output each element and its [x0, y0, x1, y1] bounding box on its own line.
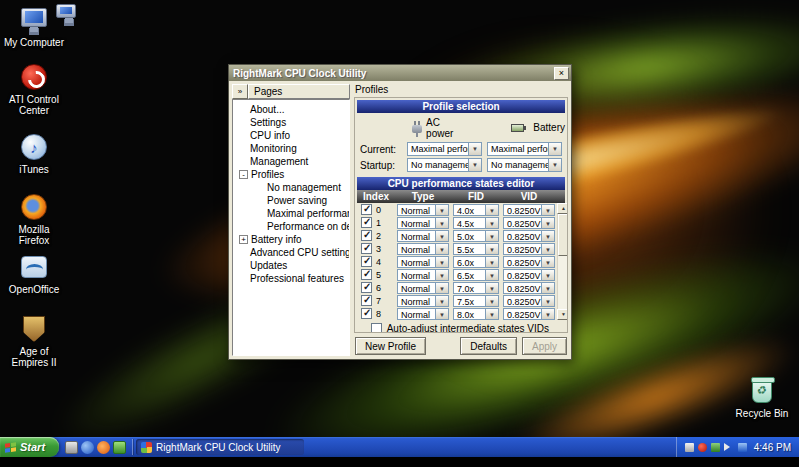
chevron-down-icon[interactable]: [485, 244, 498, 254]
state-6-vid-combo[interactable]: 0.8250V: [503, 282, 555, 294]
chevron-down-icon[interactable]: [485, 296, 498, 306]
chevron-down-icon[interactable]: [541, 309, 554, 319]
scrollbar-track[interactable]: [557, 214, 568, 309]
quick-launch-icon-1[interactable]: [65, 441, 78, 454]
state-5-vid-combo[interactable]: 0.8250V: [503, 269, 555, 281]
state-4-vid-combo[interactable]: 0.8250V: [503, 256, 555, 268]
start-button[interactable]: Start: [0, 437, 59, 457]
sidebar-item-battery-info[interactable]: +Battery info: [233, 233, 349, 246]
state-1-vid-combo[interactable]: 0.8250V: [503, 217, 555, 229]
state-8-vid-combo[interactable]: 0.8250V: [503, 308, 555, 320]
state-4-checkbox[interactable]: [361, 256, 372, 267]
chevron-down-icon[interactable]: [541, 205, 554, 215]
chevron-down-icon[interactable]: [435, 270, 448, 280]
chevron-down-icon[interactable]: [468, 159, 481, 171]
state-6-checkbox[interactable]: [361, 282, 372, 293]
state-1-type-combo[interactable]: Normal: [397, 217, 449, 229]
chevron-down-icon[interactable]: [541, 283, 554, 293]
chevron-down-icon[interactable]: [548, 159, 561, 171]
volume-icon[interactable]: [724, 443, 734, 451]
state-1-fid-combo[interactable]: 4.5x: [453, 217, 499, 229]
chevron-down-icon[interactable]: [541, 244, 554, 254]
sidebar-item-monitoring[interactable]: Monitoring: [233, 142, 349, 155]
defaults-button[interactable]: Defaults: [460, 337, 517, 355]
state-2-fid-combo[interactable]: 5.0x: [453, 230, 499, 242]
chevron-down-icon[interactable]: [541, 296, 554, 306]
sidebar-item-about[interactable]: About...: [233, 103, 349, 116]
chevron-down-icon[interactable]: [485, 283, 498, 293]
quick-launch-icon-2[interactable]: [81, 441, 94, 454]
scroll-up-button[interactable]: ▲: [557, 203, 568, 214]
desktop-icon-ati-control-center[interactable]: ATI Control Center: [2, 62, 66, 116]
state-2-type-combo[interactable]: Normal: [397, 230, 449, 242]
chevron-down-icon[interactable]: [541, 218, 554, 228]
sidebar-item-performance-on-demand[interactable]: Performance on demand: [233, 220, 349, 233]
chevron-down-icon[interactable]: [485, 231, 498, 241]
state-3-type-combo[interactable]: Normal: [397, 243, 449, 255]
sidebar-item-no-management[interactable]: No management: [233, 181, 349, 194]
collapse-node-icon[interactable]: -: [239, 170, 248, 179]
desktop-icon-openoffice[interactable]: OpenOffice: [2, 252, 66, 295]
chevron-down-icon[interactable]: [435, 257, 448, 267]
expand-node-icon[interactable]: +: [239, 235, 248, 244]
sidebar-item-professional-features[interactable]: Professional features: [233, 272, 349, 285]
state-0-vid-combo[interactable]: 0.8250V: [503, 204, 555, 216]
startup-ac-profile-combo[interactable]: No management: [407, 158, 482, 172]
desktop-icon-recycle-bin[interactable]: Recycle Bin: [730, 376, 794, 419]
state-3-fid-combo[interactable]: 5.5x: [453, 243, 499, 255]
state-2-vid-combo[interactable]: 0.8250V: [503, 230, 555, 242]
chevron-down-icon[interactable]: [541, 257, 554, 267]
collapse-pages-button[interactable]: »: [232, 84, 248, 99]
desktop-icon-age-of-empires[interactable]: Age of Empires II: [2, 314, 66, 368]
state-8-type-combo[interactable]: Normal: [397, 308, 449, 320]
state-5-fid-combo[interactable]: 6.5x: [453, 269, 499, 281]
sidebar-item-updates[interactable]: Updates: [233, 259, 349, 272]
state-5-type-combo[interactable]: Normal: [397, 269, 449, 281]
desktop-icon-firefox[interactable]: Mozilla Firefox: [2, 192, 66, 246]
table-scrollbar[interactable]: ▲ ▼: [557, 203, 568, 320]
state-5-checkbox[interactable]: [361, 269, 372, 280]
state-0-checkbox[interactable]: [361, 204, 372, 215]
window-titlebar[interactable]: RightMark CPU Clock Utility ×: [229, 65, 571, 81]
chevron-down-icon[interactable]: [485, 257, 498, 267]
tray-icon-1[interactable]: [685, 443, 694, 452]
state-4-type-combo[interactable]: Normal: [397, 256, 449, 268]
sidebar-item-maximal-performance[interactable]: Maximal performance: [233, 207, 349, 220]
desktop-icon-monitor-shortcut[interactable]: [48, 2, 84, 24]
current-battery-profile-combo[interactable]: Maximal performance: [487, 142, 562, 156]
sidebar-item-profiles[interactable]: -Profiles: [233, 168, 349, 181]
chevron-down-icon[interactable]: [468, 143, 481, 155]
apply-button[interactable]: Apply: [522, 337, 567, 355]
sidebar-item-power-saving[interactable]: Power saving: [233, 194, 349, 207]
state-3-vid-combo[interactable]: 0.8250V: [503, 243, 555, 255]
chevron-down-icon[interactable]: [435, 218, 448, 228]
auto-adjust-checkbox[interactable]: [371, 323, 382, 333]
sidebar-item-settings[interactable]: Settings: [233, 116, 349, 129]
state-2-checkbox[interactable]: [361, 230, 372, 241]
chevron-down-icon[interactable]: [485, 218, 498, 228]
state-7-type-combo[interactable]: Normal: [397, 295, 449, 307]
state-8-checkbox[interactable]: [361, 308, 372, 319]
state-7-fid-combo[interactable]: 7.5x: [453, 295, 499, 307]
chevron-down-icon[interactable]: [541, 270, 554, 280]
state-8-fid-combo[interactable]: 8.0x: [453, 308, 499, 320]
state-7-checkbox[interactable]: [361, 295, 372, 306]
sidebar-item-advanced-cpu-settings[interactable]: Advanced CPU settings: [233, 246, 349, 259]
chevron-down-icon[interactable]: [541, 231, 554, 241]
current-ac-profile-combo[interactable]: Maximal performance: [407, 142, 482, 156]
sidebar-item-management[interactable]: Management: [233, 155, 349, 168]
chevron-down-icon[interactable]: [485, 205, 498, 215]
startup-battery-profile-combo[interactable]: No management: [487, 158, 562, 172]
state-4-fid-combo[interactable]: 6.0x: [453, 256, 499, 268]
taskbar-button-rmclock[interactable]: RightMark CPU Clock Utility: [136, 439, 304, 455]
tray-icon-5[interactable]: [738, 443, 747, 452]
state-6-type-combo[interactable]: Normal: [397, 282, 449, 294]
close-button[interactable]: ×: [554, 67, 569, 80]
tray-icon-3[interactable]: [711, 443, 720, 452]
state-3-checkbox[interactable]: [361, 243, 372, 254]
ati-tray-icon[interactable]: [698, 443, 707, 452]
state-7-vid-combo[interactable]: 0.8250V: [503, 295, 555, 307]
new-profile-button[interactable]: New Profile: [355, 337, 426, 355]
quick-launch-icon-4[interactable]: [113, 441, 126, 454]
state-0-type-combo[interactable]: Normal: [397, 204, 449, 216]
